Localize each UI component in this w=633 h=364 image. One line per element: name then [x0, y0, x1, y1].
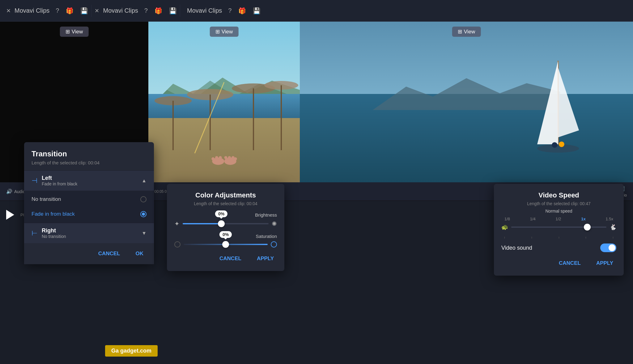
- sailboat-scene: [300, 22, 633, 182]
- transition-right-info: Right No transition: [42, 227, 142, 239]
- speed-cancel-button[interactable]: CANCEL: [556, 258, 584, 268]
- transition-cancel-button[interactable]: CANCEL: [95, 249, 123, 259]
- tab-title-2: Movavi Clips: [103, 7, 138, 14]
- saturation-high-icon: [271, 241, 277, 248]
- view-button-2[interactable]: ⊞ View: [210, 27, 239, 37]
- saturation-thumb[interactable]: 0%: [222, 241, 229, 248]
- help-icon-2[interactable]: ?: [144, 7, 148, 14]
- transition-right-icon: ⊢: [32, 229, 37, 237]
- tick-1: 1/8: [504, 217, 510, 221]
- gift-icon-2[interactable]: 🎁: [155, 7, 162, 15]
- speed-panel: Video Speed Length of the selected clip:…: [494, 184, 624, 276]
- normal-speed-label: Normal speed: [501, 209, 616, 214]
- brightness-high-icon: ✺: [272, 220, 277, 227]
- video-sound-row: Video sound: [501, 243, 616, 252]
- svg-point-16: [224, 156, 227, 159]
- saturation-low-icon: [174, 241, 181, 248]
- no-transition-item[interactable]: No transition: [24, 192, 154, 207]
- svg-marker-23: [558, 68, 579, 137]
- saturation-track[interactable]: 0%: [184, 244, 268, 245]
- transition-ok-button[interactable]: OK: [133, 249, 147, 259]
- transition-left-sub: Fade in from black: [42, 181, 142, 186]
- speed-slow-icon: 🐢: [501, 224, 508, 231]
- save-icon-3[interactable]: 💾: [253, 7, 261, 15]
- tick-mark-5: [613, 237, 613, 239]
- transition-right-arrow: ▼: [142, 231, 147, 236]
- brightness-thumb[interactable]: 0%: [218, 220, 225, 227]
- color-apply-button[interactable]: APPLY: [254, 254, 277, 264]
- play-button[interactable]: [6, 210, 14, 220]
- color-panel: Color Adjustments Length of the selected…: [167, 184, 284, 271]
- video-panel-sailboat: ⊞ View: [300, 22, 633, 182]
- transition-right-sub: No transition: [42, 234, 142, 239]
- svg-point-14: [215, 156, 218, 159]
- tick-marks: [501, 237, 616, 239]
- saturation-value: 0%: [219, 231, 232, 238]
- transition-right-section: ⊢ Right No transition ▼: [24, 223, 154, 243]
- save-icon-2[interactable]: 💾: [169, 7, 177, 15]
- tick-mark-2: [532, 237, 532, 239]
- brightness-fill: [183, 223, 221, 224]
- transition-left-header[interactable]: ⊣ Left Fade in from black ▲: [24, 171, 154, 191]
- saturation-group: Saturation 0%: [174, 234, 277, 248]
- toggle-thumb: [609, 244, 615, 251]
- separator-1: [91, 5, 91, 17]
- brightness-slider-row: ✦ 0% ✺: [174, 220, 277, 227]
- main-content: ⊞ View: [0, 22, 633, 364]
- view-button-1[interactable]: ⊞ View: [60, 27, 89, 37]
- view-icon-3: ⊞: [458, 28, 462, 35]
- transition-left-info: Left Fade in from black: [42, 175, 142, 186]
- transition-footer: CANCEL OK: [24, 243, 154, 264]
- speed-apply-button[interactable]: APPLY: [593, 258, 616, 268]
- color-cancel-button[interactable]: CANCEL: [216, 254, 244, 264]
- tab-title-1: Movavi Clips: [15, 7, 49, 14]
- fade-in-radio[interactable]: [140, 211, 147, 217]
- speed-panel-title: Video Speed: [501, 191, 616, 199]
- fade-in-item[interactable]: Fade in from black: [24, 207, 154, 222]
- speed-slider-track[interactable]: [511, 226, 606, 228]
- view-button-3[interactable]: ⊞ View: [452, 27, 481, 37]
- audio-tool[interactable]: 🔊 Audio: [6, 188, 25, 194]
- transition-title: Transition: [32, 150, 147, 158]
- help-icon-1[interactable]: ?: [56, 7, 59, 14]
- speed-ticks: 1/8 1/4 1/2 1x 1.5x: [501, 217, 616, 221]
- transition-right-header[interactable]: ⊢ Right No transition ▼: [24, 223, 154, 243]
- view-label-3: View: [464, 29, 475, 35]
- speed-slider-thumb[interactable]: [584, 224, 591, 231]
- svg-point-26: [559, 142, 564, 147]
- tick-mark-4: [586, 237, 586, 239]
- view-label-2: View: [222, 29, 233, 35]
- transition-left-arrow: ▲: [142, 178, 147, 184]
- top-bar: ✕ Movavi Clips ? 🎁 💾 ✕ Movavi Clips ? 🎁 …: [0, 0, 633, 22]
- brightness-value: 0%: [215, 210, 227, 217]
- tab-close-2[interactable]: ✕: [95, 7, 99, 14]
- transition-panel: Transition Length of the selected clip: …: [24, 142, 154, 264]
- help-icon-3[interactable]: ?: [228, 7, 232, 14]
- view-icon-2: ⊞: [215, 28, 220, 35]
- tick-mark-1: [504, 237, 505, 239]
- view-icon-1: ⊞: [66, 28, 70, 35]
- brightness-track[interactable]: 0%: [183, 223, 269, 224]
- transition-subtitle: Length of the selected clip: 00:04: [32, 160, 147, 165]
- speed-slider-row: 🐢 🐇: [501, 224, 616, 231]
- no-transition-radio[interactable]: [140, 196, 147, 202]
- svg-point-15: [219, 156, 222, 159]
- brightness-group: Brightness ✦ 0% ✺: [174, 212, 277, 227]
- svg-point-19: [234, 157, 237, 160]
- play-icon: [6, 210, 14, 220]
- gift-icon-3[interactable]: 🎁: [238, 7, 246, 15]
- brightness-low-icon: ✦: [174, 220, 180, 227]
- fade-in-label: Fade in from black: [32, 211, 140, 217]
- no-transition-label: No transition: [32, 196, 140, 202]
- transition-left-section: ⊣ Left Fade in from black ▲ No transitio…: [24, 170, 154, 223]
- video-sound-toggle[interactable]: [600, 243, 616, 252]
- tick-2: 1/4: [530, 217, 536, 221]
- tick-3: 1/2: [556, 217, 561, 221]
- gift-icon-1[interactable]: 🎁: [66, 7, 74, 15]
- beach-scene: [148, 22, 300, 182]
- svg-marker-22: [537, 61, 558, 144]
- save-icon-1[interactable]: 💾: [80, 7, 88, 15]
- tab-close-1[interactable]: ✕: [6, 7, 11, 14]
- speed-panel-subtitle: Length of the selected clip: 00:47: [501, 201, 616, 206]
- svg-point-13: [211, 157, 215, 160]
